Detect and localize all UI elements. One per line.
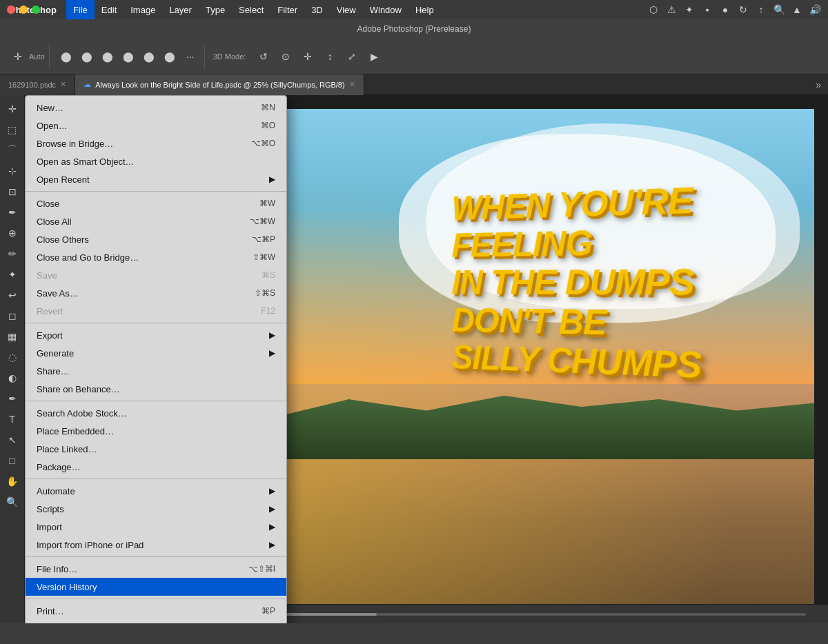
menu-type[interactable]: Type	[199, 0, 232, 19]
clone-stamp-tool[interactable]: ✦	[3, 265, 22, 284]
menu-view[interactable]: View	[330, 0, 363, 19]
menu-select[interactable]: Select	[232, 0, 270, 19]
import-arrow: ▶	[269, 522, 275, 532]
eraser-tool[interactable]: ◻	[3, 306, 22, 325]
menu-new[interactable]: New… ⌘N	[26, 99, 286, 117]
menu-import-iphone[interactable]: Import from iPhone or iPad ▶	[26, 536, 286, 554]
menu-close-all[interactable]: Close All ⌥⌘W	[26, 212, 286, 230]
separator-3	[26, 401, 286, 401]
menu-place-embedded-label: Place Embedded…	[37, 426, 114, 436]
cc-icon: ⬡	[647, 3, 660, 16]
menu-open-smart-object[interactable]: Open as Smart Object…	[26, 152, 286, 170]
menu-help[interactable]: Help	[408, 0, 441, 19]
menu-share[interactable]: Share…	[26, 362, 286, 380]
lasso-tool[interactable]: ⌒	[3, 141, 22, 160]
traffic-lights	[0, 6, 47, 14]
open-recent-arrow: ▶	[269, 174, 275, 184]
blur-tool[interactable]: ◌	[3, 348, 22, 367]
menu-browse-bridge[interactable]: Browse in Bridge… ⌥⌘O	[26, 134, 286, 152]
menu-edit[interactable]: Edit	[95, 0, 124, 19]
menu-open[interactable]: Open… ⌘O	[26, 117, 286, 134]
menu-image[interactable]: Image	[124, 0, 162, 19]
menu-automate-label: Automate	[37, 486, 75, 496]
menu-filter[interactable]: Filter	[270, 0, 304, 19]
menu-generate[interactable]: Generate ▶	[26, 344, 286, 362]
menu-new-label: New…	[37, 103, 63, 113]
move-tool[interactable]: ✛	[3, 99, 22, 119]
menu-place-embedded[interactable]: Place Embedded…	[26, 422, 286, 440]
align-bottom-icon[interactable]: ⬤	[160, 47, 179, 66]
separator-2	[26, 323, 286, 323]
menu-save-as-label: Save As…	[37, 288, 79, 299]
menu-scripts-label: Scripts	[37, 504, 64, 514]
tab-1629100[interactable]: 1629100.psdc ✕	[0, 74, 75, 95]
menu-automate[interactable]: Automate ▶	[26, 482, 286, 500]
move-tool-icon[interactable]: ✛	[8, 47, 28, 66]
menu-3d[interactable]: 3D	[304, 0, 330, 19]
minimize-button[interactable]	[19, 6, 28, 14]
menu-place-linked[interactable]: Place Linked…	[26, 440, 286, 458]
menu-print[interactable]: Print… ⌘P	[26, 602, 286, 620]
menu-save-as[interactable]: Save As… ⇧⌘S	[26, 284, 286, 302]
text-tool[interactable]: T	[3, 410, 22, 429]
maximize-button[interactable]	[32, 6, 40, 14]
menu-close[interactable]: Close ⌘W	[26, 194, 286, 212]
menu-share-behance[interactable]: Share on Behance…	[26, 380, 286, 398]
3d-pan-icon[interactable]: ✛	[298, 47, 317, 66]
tab-1629100-close[interactable]: ✕	[60, 80, 66, 89]
align-middle-icon[interactable]: ⬤	[139, 47, 159, 66]
menu-open-recent[interactable]: Open Recent ▶	[26, 170, 286, 188]
search-icon[interactable]: 🔍	[773, 3, 785, 16]
menu-close-go-bridge[interactable]: Close and Go to Bridge… ⇧⌘W	[26, 248, 286, 266]
brush-tool[interactable]: ✏	[3, 244, 22, 263]
main-area: ✛ ⬚ ⌒ ⊹ ⊡ ✒ ⊕ ✏ ✦ ↩ ◻ ▦ ◌ ◐ ✒ T ↖ □ ✋ 🔍 …	[0, 95, 828, 623]
tab-always-look-close[interactable]: ✕	[349, 80, 355, 89]
menu-generate-label: Generate	[37, 348, 74, 359]
3d-rotate-icon[interactable]: ↺	[254, 47, 273, 66]
history-brush-tool[interactable]: ↩	[3, 285, 22, 305]
menu-file[interactable]: File	[66, 0, 95, 19]
menu-version-history[interactable]: Version History	[26, 578, 286, 596]
3d-orbit-icon[interactable]: ⊙	[276, 47, 295, 66]
close-button[interactable]	[7, 6, 15, 14]
file-dropdown-menu: New… ⌘N Open… ⌘O Browse in Bridge… ⌥⌘O O…	[25, 95, 287, 623]
eyedropper-tool[interactable]: ✒	[3, 203, 22, 222]
tab-always-look[interactable]: ☁ Always Look on the Bright Side of Life…	[75, 74, 364, 95]
3d-slide-icon[interactable]: ↕	[320, 47, 339, 66]
shape-tool[interactable]: □	[3, 451, 22, 470]
menu-print-one-copy[interactable]: Print One Copy ⌥⇧⌘P	[26, 620, 286, 623]
menu-file-info[interactable]: File Info… ⌥⇧⌘I	[26, 560, 286, 578]
record-icon: ●	[719, 3, 731, 16]
menu-import[interactable]: Import ▶	[26, 518, 286, 536]
menu-package[interactable]: Package…	[26, 458, 286, 476]
menu-version-history-label: Version History	[37, 582, 97, 592]
volume-icon: 🔊	[809, 3, 821, 16]
crop-tool[interactable]: ⊡	[3, 182, 22, 201]
menu-window[interactable]: Window	[363, 0, 408, 19]
menu-close-others[interactable]: Close Others ⌥⌘P	[26, 230, 286, 248]
hand-tool[interactable]: ✋	[3, 472, 22, 491]
3d-scale-icon[interactable]: ⤢	[342, 47, 362, 66]
align-center-icon[interactable]: ⬤	[77, 47, 97, 66]
zoom-tool[interactable]: 🔍	[3, 492, 22, 512]
menu-search-stock[interactable]: Search Adobe Stock…	[26, 404, 286, 422]
3d-mode-label: 3D Mode:	[208, 52, 252, 61]
tab-more-button[interactable]: »	[809, 79, 828, 90]
distribute-icon[interactable]: ···	[181, 47, 200, 66]
align-right-icon[interactable]: ⬤	[98, 47, 117, 66]
separator-4	[26, 479, 286, 479]
align-left-icon[interactable]: ⬤	[57, 47, 76, 66]
dodge-tool[interactable]: ◐	[3, 368, 22, 388]
pen-tool[interactable]: ✒	[3, 389, 22, 408]
marquee-tool[interactable]: ⬚	[3, 120, 22, 139]
3d-extra-icon[interactable]: ▶	[364, 47, 384, 66]
wifi-icon: ▲	[791, 3, 803, 16]
align-top-icon[interactable]: ⬤	[119, 47, 138, 66]
path-select-tool[interactable]: ↖	[3, 430, 22, 450]
magic-wand-tool[interactable]: ⊹	[3, 161, 22, 181]
menu-layer[interactable]: Layer	[162, 0, 199, 19]
gradient-tool[interactable]: ▦	[3, 327, 22, 346]
menu-export[interactable]: Export ▶	[26, 326, 286, 344]
spot-heal-tool[interactable]: ⊕	[3, 223, 22, 243]
menu-scripts[interactable]: Scripts ▶	[26, 500, 286, 518]
